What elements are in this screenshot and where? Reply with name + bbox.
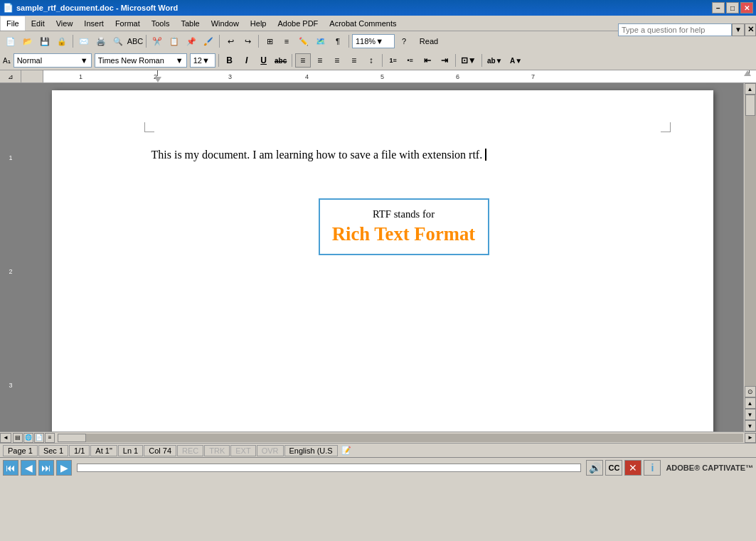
redo-button[interactable]: ↪ [240, 33, 255, 49]
show-all-button[interactable]: ¶ [330, 33, 346, 49]
drawing-button[interactable]: ✏️ [296, 33, 312, 49]
cap-audio-button[interactable]: 🔊 [586, 460, 603, 476]
menu-window[interactable]: Window [206, 16, 245, 31]
left-margin: 1 2 3 [0, 83, 21, 432]
undo-button[interactable]: ↩ [223, 33, 238, 49]
status-bar: Page 1 Sec 1 1/1 At 1" Ln 1 Col 74 REC T… [0, 443, 756, 457]
align-justify-button[interactable]: ≡ [346, 53, 362, 68]
hscroll-left-arrow[interactable]: ◄ [0, 433, 11, 443]
decrease-indent-button[interactable]: ⇤ [420, 53, 435, 68]
borders-button[interactable]: ⊡▼ [459, 53, 479, 68]
strikethrough-button[interactable]: abc [273, 53, 289, 68]
normal-view-button[interactable]: ▤ [13, 433, 23, 443]
zoom-select[interactable]: 118%▼ [352, 34, 395, 48]
scroll-thumb[interactable] [745, 95, 755, 116]
scroll-up-arrow[interactable]: ▲ [745, 83, 756, 95]
sep10 [481, 54, 482, 67]
font-select[interactable]: Times New Roman▼ [95, 53, 187, 68]
web-view-button[interactable]: 🌐 [23, 433, 33, 443]
paste-button[interactable]: 📌 [183, 33, 199, 49]
cap-forward-button[interactable]: ▶ [56, 460, 72, 476]
menu-table[interactable]: Table [175, 16, 205, 31]
ruler-right-margin-handle[interactable] [744, 70, 751, 76]
format-painter-button[interactable]: 🖌️ [201, 33, 216, 49]
sep2 [146, 35, 147, 48]
copy-button[interactable]: 📋 [166, 33, 182, 49]
permissions-button[interactable]: 🔒 [54, 33, 70, 49]
document-scroll-area[interactable]: This is my document. I am learning how t… [21, 83, 743, 432]
menu-view[interactable]: View [50, 16, 79, 31]
print-preview-button[interactable]: 🔍 [110, 33, 126, 49]
numbering-button[interactable]: 1≡ [385, 53, 401, 68]
print-button[interactable]: 🖨️ [93, 33, 109, 49]
menu-help[interactable]: Help [245, 16, 272, 31]
outline-view-button[interactable]: ≡ [45, 433, 55, 443]
zoom-help-button[interactable]: ? [396, 33, 412, 49]
highlight-button[interactable]: ab▼ [485, 53, 505, 68]
paragraph-text: This is my document. I am learning how t… [151, 149, 483, 161]
sep7 [292, 54, 292, 67]
read-button[interactable]: Read [413, 33, 444, 49]
cap-rewind-button[interactable]: ⏭ [38, 460, 54, 476]
menu-tools[interactable]: Tools [146, 16, 176, 31]
line-spacing-button[interactable]: ↕ [363, 53, 379, 68]
insert-table-button[interactable]: ⊞ [262, 33, 277, 49]
status-page-of: 1/1 [69, 445, 90, 456]
sep6 [218, 54, 219, 67]
menu-insert[interactable]: Insert [78, 16, 110, 31]
status-spelling-icon: 📝 [339, 445, 354, 456]
toolbar-formatting: A₁ Normal▼ Times New Roman▼ 12▼ B I U ab… [0, 51, 756, 70]
new-button[interactable]: 📄 [3, 33, 18, 49]
scroll-next-page[interactable]: ▼ [745, 409, 756, 420]
spell-button[interactable]: ABC [127, 33, 143, 49]
ruler-left-margin-handle[interactable] [154, 77, 161, 82]
menu-edit[interactable]: Edit [26, 16, 50, 31]
open-button[interactable]: 📂 [20, 33, 36, 49]
save-button[interactable]: 💾 [37, 33, 53, 49]
menu-format[interactable]: Format [110, 16, 146, 31]
increase-indent-button[interactable]: ⇥ [437, 53, 452, 68]
align-right-button[interactable]: ≡ [329, 53, 345, 68]
align-center-button[interactable]: ≡ [312, 53, 328, 68]
doc-map-button[interactable]: 🗺️ [313, 33, 329, 49]
menu-file[interactable]: File [0, 16, 26, 31]
hscroll-right-arrow[interactable]: ► [745, 433, 756, 443]
print-view-button[interactable]: 📄 [34, 433, 44, 443]
bold-button[interactable]: B [222, 53, 238, 68]
toolbar-area: 📄 📂 💾 🔒 ✉️ 🖨️ 🔍 ABC ✂️ 📋 📌 🖌️ ↩ ↪ ⊞ ≡ ✏️… [0, 31, 756, 70]
maximize-button[interactable]: □ [726, 2, 739, 14]
font-size-select[interactable]: 12▼ [190, 53, 215, 68]
help-search-input[interactable] [618, 23, 732, 36]
document-paragraph: This is my document. I am learning how t… [151, 147, 656, 163]
menu-adobe-pdf[interactable]: Adobe PDF [272, 16, 324, 31]
scroll-down-arrow[interactable]: ▼ [745, 420, 756, 432]
insert-columns-button[interactable]: ≡ [279, 33, 294, 49]
margin-marker-top-left [144, 122, 154, 132]
style-select[interactable]: Normal▼ [14, 53, 92, 68]
help-dropdown-arrow[interactable]: ▼ [732, 23, 745, 36]
close-button[interactable]: ✕ [740, 2, 753, 14]
help-close-button[interactable]: ✕ [745, 23, 756, 36]
cap-exit-button[interactable]: ✕ [624, 460, 641, 476]
menu-acrobat[interactable]: Acrobat Comments [324, 16, 402, 31]
cap-prev-button[interactable]: ◀ [21, 460, 36, 476]
select-browse-object[interactable]: ⊙ [745, 386, 756, 397]
cap-info-button[interactable]: i [644, 460, 661, 476]
ruler-num-1: 1 [79, 73, 82, 80]
hscroll-thumb[interactable] [58, 434, 86, 442]
status-ovr: OVR [257, 445, 284, 456]
horizontal-scrollbar[interactable]: ◄ ▤ 🌐 📄 ≡ ► [0, 432, 756, 443]
scroll-prev-page[interactable]: ▲ [745, 397, 756, 409]
align-left-button[interactable]: ≡ [295, 53, 311, 68]
cap-cc-button[interactable]: CC [605, 460, 622, 476]
font-color-button[interactable]: A▼ [506, 53, 526, 68]
sep4 [258, 35, 259, 48]
cut-button[interactable]: ✂️ [149, 33, 165, 49]
cap-back-button[interactable]: ⏮ [3, 460, 18, 476]
vertical-scrollbar[interactable]: ▲ ⊙ ▲ ▼ ▼ [743, 83, 756, 432]
underline-button[interactable]: U [256, 53, 272, 68]
italic-button[interactable]: I [239, 53, 255, 68]
email-button[interactable]: ✉️ [76, 33, 92, 49]
bullets-button[interactable]: •≡ [403, 53, 418, 68]
minimize-button[interactable]: − [712, 2, 725, 14]
